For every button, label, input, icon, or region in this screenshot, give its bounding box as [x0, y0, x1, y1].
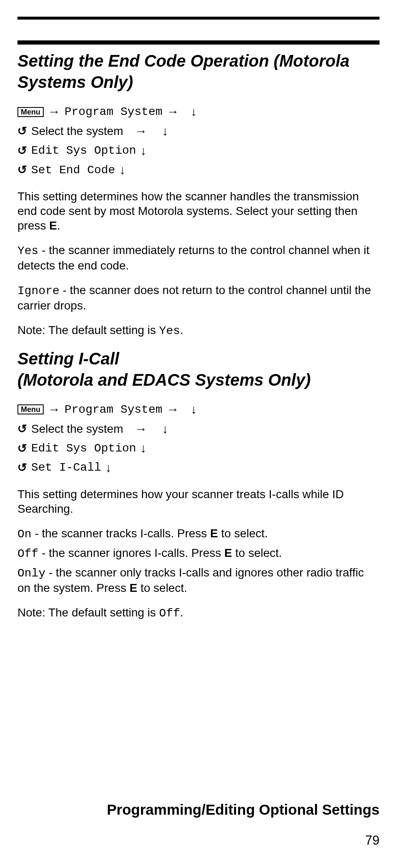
rotate-icon: ↻: [17, 164, 27, 176]
arrow-right-icon: →: [135, 420, 147, 438]
footer-chapter-title: Programming/Editing Optional Settings: [17, 801, 380, 818]
menu-key-icon: Menu: [17, 107, 44, 117]
section1-note: Note: The default setting is Yes.: [17, 323, 380, 338]
text: - the scanner immediately returns to the…: [17, 244, 370, 272]
rotate-icon: ↻: [17, 125, 27, 137]
section2-heading-line1: Setting I-Call: [17, 349, 119, 368]
option-yes-code: Yes: [17, 244, 38, 257]
option-only-code: Only: [17, 567, 45, 580]
nav-edit-sys-option: Edit Sys Option: [31, 440, 136, 457]
arrow-down-icon: ↓: [162, 420, 168, 438]
arrow-down-icon: ↓: [119, 161, 126, 179]
text: - the scanner only tracks I-calls and ig…: [17, 566, 364, 594]
section2-only: Only - the scanner only tracks I-calls a…: [17, 565, 380, 595]
arrow-down-icon: ↓: [162, 122, 168, 140]
text: .: [180, 324, 184, 337]
section2-heading-line2: (Motorola and EDACS Systems Only): [17, 371, 311, 389]
arrow-down-icon: ↓: [105, 459, 112, 477]
nav-select-system: Select the system: [31, 421, 123, 437]
section2-intro: This setting determines how your scanner…: [17, 487, 380, 516]
arrow-down-icon: ↓: [191, 103, 197, 121]
section2-nav: Menu → Program System → ↓ ↻ Select the s…: [17, 401, 380, 476]
arrow-down-icon: ↓: [140, 142, 146, 160]
rotate-icon: ↻: [17, 462, 27, 474]
key-e: E: [129, 581, 137, 594]
section1-yes: Yes - the scanner immediately returns to…: [17, 243, 380, 273]
text: to select.: [137, 581, 187, 594]
text: to select.: [232, 546, 282, 559]
arrow-right-icon: →: [135, 122, 147, 140]
default-yes-code: Yes: [159, 324, 180, 337]
section1-nav: Menu → Program System → ↓ ↻ Select the s…: [17, 103, 380, 179]
key-e: E: [224, 546, 232, 559]
section2-off: Off - the scanner ignores I-calls. Press…: [17, 546, 380, 561]
text: - the scanner does not return to the con…: [17, 284, 371, 312]
nav-select-system: Select the system: [31, 123, 123, 140]
top-rule: [17, 17, 380, 20]
key-e: E: [49, 219, 57, 232]
page-number: 79: [365, 833, 380, 848]
arrow-down-icon: ↓: [191, 401, 197, 419]
rotate-icon: ↻: [17, 443, 27, 454]
nav-edit-sys-option: Edit Sys Option: [31, 142, 136, 159]
section2-on: On - the scanner tracks I-calls. Press E…: [17, 526, 380, 541]
heading-rule: [17, 40, 380, 45]
arrow-right-icon: →: [48, 103, 60, 121]
option-on-code: On: [17, 528, 32, 541]
text: to select.: [218, 527, 268, 540]
text: Note: The default setting is: [17, 324, 159, 337]
section1-intro: This setting determines how the scanner …: [17, 189, 380, 233]
text: .: [180, 606, 184, 619]
nav-program-system: Program System: [65, 104, 162, 120]
text: Note: The default setting is: [17, 606, 159, 619]
rotate-icon: ↻: [17, 423, 27, 435]
key-e: E: [210, 527, 218, 540]
nav-set-end-code: Set End Code: [31, 162, 115, 179]
text: - the scanner ignores I-calls. Press: [38, 546, 224, 559]
option-off-code: Off: [17, 547, 38, 560]
option-ignore-code: Ignore: [17, 284, 60, 297]
menu-key-icon: Menu: [17, 404, 44, 414]
section2-note: Note: The default setting is Off.: [17, 605, 380, 621]
rotate-icon: ↻: [17, 145, 27, 157]
arrow-down-icon: ↓: [140, 439, 146, 457]
nav-program-system: Program System: [65, 402, 162, 418]
arrow-right-icon: →: [166, 103, 179, 121]
nav-set-icall: Set I-Call: [31, 459, 101, 476]
arrow-right-icon: →: [48, 401, 60, 419]
section1-ignore: Ignore - the scanner does not return to …: [17, 283, 380, 313]
text: This setting determines how the scanner …: [17, 190, 359, 232]
section1-heading: Setting the End Code Operation (Motorola…: [17, 50, 380, 93]
default-off-code: Off: [159, 607, 180, 620]
text: - the scanner tracks I-calls. Press: [32, 527, 210, 540]
arrow-right-icon: →: [166, 401, 179, 419]
section2-heading: Setting I-Call (Motorola and EDACS Syste…: [17, 348, 380, 391]
text: .: [57, 219, 60, 232]
